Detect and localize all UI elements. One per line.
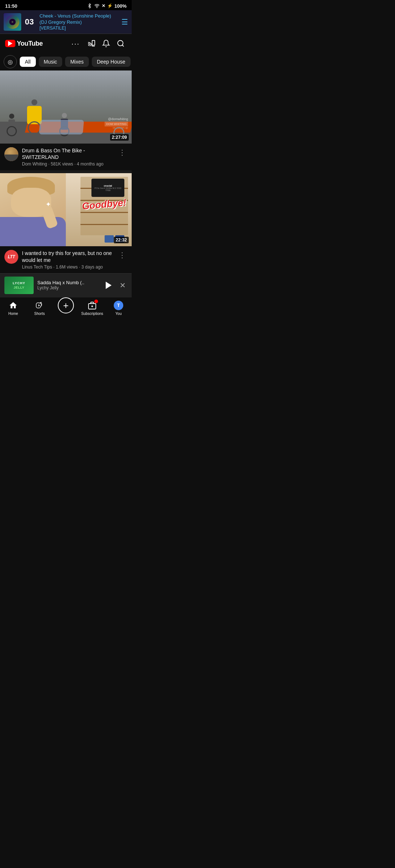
video-1-title: Drum & Bass On The Bike - SWITZERLAND: [22, 147, 113, 160]
svg-line-6: [122, 45, 124, 46]
filter-chip-all[interactable]: All: [20, 57, 36, 67]
video-1-more-button[interactable]: ⋮: [117, 147, 127, 157]
mini-player-title: Sadda Haq x Numb (..: [37, 280, 100, 285]
track-number: 03: [25, 17, 36, 27]
status-icons: ✕ ⚡ 100%: [87, 3, 127, 9]
video-2-sub: Linus Tech Tips · 1.6M views · 3 days ag…: [22, 264, 113, 270]
video-thumbnail-2[interactable]: ✦ crucial PCIe Gen4 NVMe M.2 SSD T700 Go…: [0, 173, 132, 246]
nav-you[interactable]: T You: [105, 300, 132, 316]
create-icon: +: [58, 297, 74, 313]
channel-avatar-dom[interactable]: [4, 147, 18, 161]
video-2-title: I wanted to try this for years, but no o…: [22, 250, 113, 263]
album-art: [4, 13, 21, 31]
nav-shorts-label: Shorts: [34, 312, 45, 316]
nav-shorts[interactable]: Shorts: [26, 300, 53, 316]
music-info: Cheek - Venus (Sunshine People) (DJ Greg…: [40, 13, 118, 31]
video-2-duration: 22:32: [114, 237, 129, 243]
subscriptions-icon-wrap: [88, 300, 97, 311]
music-menu-icon[interactable]: ☰: [121, 18, 128, 26]
nav-you-label: You: [116, 312, 122, 316]
wifi-icon: [94, 3, 100, 8]
compass-icon: ◎: [8, 58, 13, 65]
search-icon: [117, 39, 125, 47]
status-time: 11:50: [5, 3, 17, 9]
yt-logo-icon: [5, 40, 15, 47]
search-button[interactable]: [115, 38, 127, 49]
you-avatar-icon: T: [114, 300, 123, 311]
nav-subscriptions[interactable]: Subscriptions: [79, 300, 105, 316]
mini-play-button[interactable]: [104, 280, 114, 290]
nav-home[interactable]: Home: [0, 300, 26, 316]
cast-button[interactable]: [86, 38, 97, 49]
battery-icon: ⚡: [107, 3, 113, 8]
video-thumbnail-1[interactable]: @domwhiting DOM WHITING co.uk/sign-up 2:…: [0, 71, 132, 144]
mini-player-channel: Lychy Jelly: [37, 285, 100, 290]
more-options-button[interactable]: ···: [68, 38, 83, 49]
channel-avatar-ltt[interactable]: LTT: [4, 250, 18, 264]
video-1-duration: 2:27:09: [110, 134, 129, 141]
bluetooth-icon: [87, 3, 92, 8]
explore-button[interactable]: ◎: [4, 55, 17, 68]
shorts-svg-icon: [35, 301, 44, 310]
bell-icon: [102, 39, 110, 47]
home-icon: [9, 300, 18, 311]
svg-rect-4: [92, 41, 95, 45]
section-separator: [0, 170, 132, 173]
filter-chip-mixes[interactable]: Mixes: [65, 57, 89, 67]
battery-percent: 100%: [114, 3, 127, 9]
music-title: Cheek - Venus (Sunshine People) (DJ Greg…: [40, 13, 118, 26]
youtube-header: YouTube ···: [0, 34, 132, 53]
mini-player[interactable]: LYCHY JELLY Sadda Haq x Numb (.. Lychy J…: [0, 273, 132, 297]
x-indicator: ✕: [102, 3, 105, 8]
mini-player-thumbnail: LYCHY JELLY: [4, 277, 34, 294]
filter-chip-music[interactable]: Music: [39, 57, 63, 67]
nav-subscriptions-label: Subscriptions: [81, 312, 103, 316]
music-banner[interactable]: 03 Cheek - Venus (Sunshine People) (DJ G…: [0, 10, 132, 34]
video-1-meta: Drum & Bass On The Bike - SWITZERLAND Do…: [22, 147, 113, 167]
svg-point-3: [12, 22, 13, 22]
notification-badge: [94, 300, 98, 303]
filter-chip-deephouse[interactable]: Deep House: [92, 57, 131, 67]
mini-thumb-line2: JELLY: [14, 286, 25, 289]
video-card-2: ✦ crucial PCIe Gen4 NVMe M.2 SSD T700 Go…: [0, 173, 132, 273]
video-2-more-button[interactable]: ⋮: [117, 250, 127, 260]
cast-icon: [87, 39, 95, 47]
nav-home-label: Home: [8, 312, 18, 316]
video-1-info: Drum & Bass On The Bike - SWITZERLAND Do…: [0, 144, 132, 170]
play-triangle-icon: [106, 282, 112, 289]
home-svg-icon: [9, 301, 18, 310]
yt-play-triangle: [8, 41, 12, 46]
vinyl-icon: [9, 18, 16, 26]
mini-close-button[interactable]: ✕: [118, 279, 127, 291]
video-2-info: LTT I wanted to try this for years, but …: [0, 246, 132, 273]
mini-player-info: Sadda Haq x Numb (.. Lychy Jelly: [37, 280, 100, 290]
filter-row: ◎ All Music Mixes Deep House: [0, 53, 132, 71]
nav-create[interactable]: +: [53, 300, 79, 313]
music-subtitle: [VERSATILE]: [40, 26, 118, 31]
mini-player-controls: ✕: [104, 279, 127, 291]
notifications-button[interactable]: [100, 38, 112, 49]
mini-thumb-line1: LYCHY: [13, 281, 26, 285]
profile-avatar: T: [114, 301, 123, 310]
video-2-meta: I wanted to try this for years, but no o…: [22, 250, 113, 269]
video-1-sub: Dom Whiting · 581K views · 4 months ago: [22, 161, 113, 167]
video-card-1: @domwhiting DOM WHITING co.uk/sign-up 2:…: [0, 71, 132, 170]
shorts-icon: [35, 300, 44, 311]
youtube-logo[interactable]: YouTube: [5, 40, 43, 47]
svg-point-5: [118, 41, 123, 46]
status-bar: 11:50 ✕ ⚡ 100%: [0, 0, 132, 10]
bottom-nav: Home Shorts + Subscriptions: [0, 297, 132, 321]
svg-point-0: [97, 7, 97, 8]
yt-logo-text: YouTube: [17, 40, 43, 47]
add-icon: +: [63, 301, 68, 310]
